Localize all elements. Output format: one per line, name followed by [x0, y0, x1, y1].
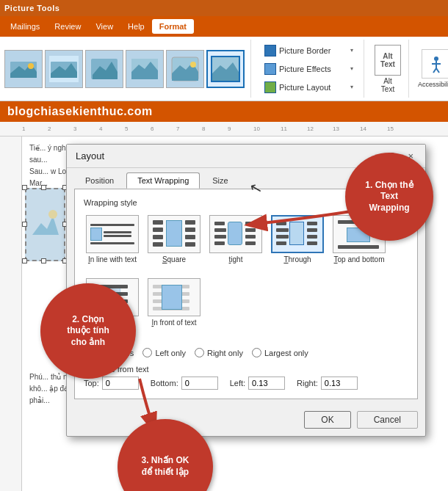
wrap-inline-icon: [86, 215, 139, 253]
distance-right-label: Right:: [297, 377, 358, 390]
distance-right-input[interactable]: [321, 377, 358, 390]
wrap-topbottom-label: Top and bottom: [334, 255, 385, 263]
vertical-ruler: [0, 137, 22, 491]
wrap-text-options: Both sides Left only Right only Largest …: [84, 348, 408, 357]
picture-layout-label: Picture Layout: [279, 83, 347, 92]
ok-button[interactable]: OK: [304, 411, 350, 429]
svg-line-13: [436, 68, 439, 73]
dialog-tab-position[interactable]: Position: [74, 172, 125, 189]
distance-bottom-label: Bottom:: [151, 377, 218, 390]
wrap-through-icon: [271, 215, 324, 253]
menu-mailings[interactable]: Mailings: [3, 19, 47, 34]
wrap-inline-label: In line with text: [88, 255, 137, 263]
picture-layout-btn[interactable]: Picture Layout ▾: [260, 79, 358, 95]
accessibility-label: Accessibility: [418, 81, 448, 88]
picture-layout-chevron: ▾: [350, 84, 353, 90]
distance-label: Distance from text: [84, 365, 408, 374]
image-style-6[interactable]: [206, 50, 245, 88]
menu-help[interactable]: Help: [120, 19, 152, 34]
image-style-1[interactable]: [4, 50, 43, 88]
annotation-1: 1. Chọn thẻ Text Wrapping: [345, 153, 433, 241]
sel-handle-tm[interactable]: [41, 185, 46, 190]
dialog-tab-text-wrapping[interactable]: Text Wrapping: [126, 172, 200, 189]
wrap-infront-icon: [148, 278, 200, 316]
picture-effects-btn[interactable]: Picture Effects ▾: [260, 61, 358, 77]
wrap-infront-label: In front of text: [151, 319, 196, 327]
annotation-2-text: 2. Chọn thuộc tính cho ảnh: [67, 314, 109, 349]
alt-text-icon: AltText: [375, 45, 401, 76]
ribbon-title: Picture Tools: [4, 4, 59, 12]
wrap-largest-only[interactable]: Largest only: [252, 348, 308, 357]
cancel-button[interactable]: Cancel: [357, 411, 418, 429]
wrap-left-only[interactable]: Left only: [142, 348, 186, 357]
wrap-infront[interactable]: In front of text: [145, 276, 203, 329]
dialog-tab-size[interactable]: Size: [201, 172, 239, 189]
sel-handle-ml[interactable]: [22, 222, 27, 227]
toolbar-right: Picture Border ▾ Picture Effects ▾ Pictu…: [254, 40, 364, 98]
wrap-through[interactable]: Through: [269, 213, 326, 266]
picture-layout-icon: [264, 81, 276, 93]
image-styles-group: [4, 40, 251, 98]
distance-inputs: Top: Bottom: Left: Right:: [84, 377, 408, 390]
picture-border-btn[interactable]: Picture Border ▾: [260, 43, 358, 59]
image-style-5[interactable]: [166, 50, 204, 88]
accessibility-icon: [422, 49, 449, 79]
menubar: Mailings Review View Help Format: [0, 16, 448, 37]
annotation-2: 2. Chọn thuộc tính cho ảnh: [40, 283, 136, 379]
distance-left-input[interactable]: [248, 377, 285, 390]
svg-point-15: [48, 210, 57, 219]
svg-point-1: [28, 63, 34, 69]
horizontal-ruler: 1 2 3 4 5 6 7 8 9 10 11 12 13 14 15: [0, 122, 448, 137]
annotation-1-text: 1. Chọn thẻ Text Wrapping: [365, 180, 413, 214]
blog-url: blogchiasekienthuc.com: [7, 105, 153, 118]
wrap-tight-label: tight: [229, 255, 243, 263]
menu-view[interactable]: View: [88, 19, 120, 34]
accessibility-group: Accessibility: [412, 40, 448, 98]
svg-rect-14: [31, 203, 60, 247]
picture-border-icon: [264, 45, 276, 57]
wrap-inline[interactable]: In line with text: [84, 213, 141, 266]
distance-top-input[interactable]: [102, 377, 139, 390]
ribbon-bar: Picture Tools: [0, 0, 448, 16]
image-style-3[interactable]: [85, 50, 123, 88]
svg-point-7: [190, 62, 196, 68]
distance-section: Distance from text Top: Bottom: Left:: [84, 365, 408, 390]
alt-text-group[interactable]: AltText AltText: [367, 40, 409, 98]
wrap-through-label: Through: [283, 255, 311, 263]
menu-format[interactable]: Format: [152, 19, 194, 34]
menu-review[interactable]: Review: [47, 19, 88, 34]
svg-point-9: [434, 57, 438, 61]
wrap-tight[interactable]: tight: [207, 213, 264, 266]
wrap-square-icon: [148, 215, 200, 253]
toolbar: Picture Border ▾ Picture Effects ▾ Pictu…: [0, 37, 448, 101]
wrap-right-only[interactable]: Right only: [195, 348, 243, 357]
selected-image[interactable]: [25, 188, 65, 261]
picture-border-chevron: ▾: [350, 47, 353, 54]
sel-handle-bm[interactable]: [41, 258, 46, 263]
sel-handle-tl[interactable]: [22, 185, 27, 190]
wrap-square-label: Square: [162, 255, 186, 263]
picture-effects-icon: [264, 63, 276, 75]
dialog-title: Layout: [76, 150, 104, 161]
picture-effects-chevron: ▾: [350, 65, 353, 72]
sel-handle-bl[interactable]: [22, 258, 27, 263]
picture-effects-label: Picture Effects: [279, 65, 347, 73]
image-style-2[interactable]: [45, 50, 83, 88]
distance-bottom-input[interactable]: [181, 377, 218, 390]
main-area: Tiế... ý nghiệ sau... Sau... w Lon Mar..…: [0, 137, 448, 491]
wrap-tight-icon: [209, 215, 262, 253]
wrap-square[interactable]: Square: [145, 213, 203, 266]
picture-border-label: Picture Border: [279, 46, 347, 55]
annotation-3-text: 3. Nhấn OK để thiết lập: [141, 455, 189, 478]
image-style-4[interactable]: [126, 50, 164, 88]
blog-bar: blogchiasekienthuc.com: [0, 101, 448, 122]
dialog-footer: OK Cancel: [67, 407, 425, 436]
alt-text-label: AltText: [381, 77, 394, 93]
distance-left-label: Left:: [230, 377, 285, 390]
